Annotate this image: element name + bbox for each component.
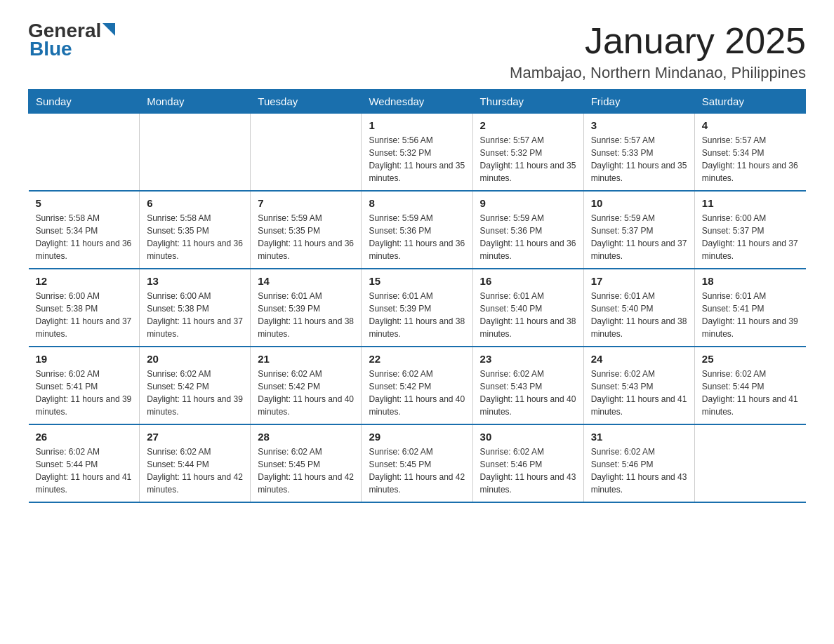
- calendar-week-row: 12Sunrise: 6:00 AMSunset: 5:38 PMDayligh…: [29, 269, 806, 347]
- day-info: Sunrise: 5:57 AMSunset: 5:33 PMDaylight:…: [591, 134, 687, 185]
- calendar-cell: 19Sunrise: 6:02 AMSunset: 5:41 PMDayligh…: [29, 347, 140, 424]
- day-info: Sunrise: 6:01 AMSunset: 5:41 PMDaylight:…: [702, 290, 799, 340]
- day-number: 18: [702, 275, 799, 287]
- day-info: Sunrise: 6:02 AMSunset: 5:46 PMDaylight:…: [591, 445, 687, 496]
- calendar-week-row: 19Sunrise: 6:02 AMSunset: 5:41 PMDayligh…: [29, 347, 806, 424]
- col-monday: Monday: [140, 90, 251, 114]
- svg-marker-0: [102, 23, 115, 36]
- calendar-cell: 31Sunrise: 6:02 AMSunset: 5:46 PMDayligh…: [583, 424, 694, 502]
- calendar-cell: 11Sunrise: 6:00 AMSunset: 5:37 PMDayligh…: [694, 191, 805, 269]
- calendar-table: Sunday Monday Tuesday Wednesday Thursday…: [28, 89, 806, 503]
- col-wednesday: Wednesday: [362, 90, 472, 114]
- calendar-cell: 28Sunrise: 6:02 AMSunset: 5:45 PMDayligh…: [251, 424, 362, 502]
- day-number: 19: [36, 353, 133, 365]
- day-info: Sunrise: 6:02 AMSunset: 5:44 PMDaylight:…: [36, 445, 133, 496]
- day-info: Sunrise: 6:02 AMSunset: 5:44 PMDaylight:…: [702, 368, 799, 418]
- day-info: Sunrise: 6:02 AMSunset: 5:43 PMDaylight:…: [591, 368, 687, 418]
- day-number: 14: [258, 275, 354, 287]
- calendar-cell: 12Sunrise: 6:00 AMSunset: 5:38 PMDayligh…: [29, 269, 140, 347]
- day-number: 17: [591, 275, 687, 287]
- day-number: 3: [591, 119, 687, 131]
- day-number: 5: [36, 197, 133, 209]
- day-info: Sunrise: 5:56 AMSunset: 5:32 PMDaylight:…: [369, 134, 465, 185]
- day-number: 27: [147, 431, 243, 443]
- logo-text-blue: Blue: [29, 38, 72, 60]
- day-info: Sunrise: 6:02 AMSunset: 5:42 PMDaylight:…: [147, 368, 243, 418]
- logo-triangle-icon: [102, 23, 115, 36]
- calendar-cell: 17Sunrise: 6:01 AMSunset: 5:40 PMDayligh…: [583, 269, 694, 347]
- day-number: 22: [369, 353, 465, 365]
- calendar-cell: 18Sunrise: 6:01 AMSunset: 5:41 PMDayligh…: [694, 269, 805, 347]
- day-number: 15: [369, 275, 465, 287]
- calendar-week-row: 1Sunrise: 5:56 AMSunset: 5:32 PMDaylight…: [29, 114, 806, 192]
- day-info: Sunrise: 6:02 AMSunset: 5:43 PMDaylight:…: [480, 368, 576, 418]
- calendar-cell: 7Sunrise: 5:59 AMSunset: 5:35 PMDaylight…: [251, 191, 362, 269]
- day-number: 25: [702, 353, 799, 365]
- calendar-week-row: 26Sunrise: 6:02 AMSunset: 5:44 PMDayligh…: [29, 424, 806, 502]
- day-number: 9: [480, 197, 576, 209]
- subtitle: Mambajao, Northern Mindanao, Philippines: [510, 64, 806, 82]
- day-number: 30: [480, 431, 576, 443]
- calendar-cell: 8Sunrise: 5:59 AMSunset: 5:36 PMDaylight…: [362, 191, 472, 269]
- calendar-cell: 5Sunrise: 5:58 AMSunset: 5:34 PMDaylight…: [29, 191, 140, 269]
- day-number: 10: [591, 197, 687, 209]
- day-info: Sunrise: 6:01 AMSunset: 5:39 PMDaylight:…: [369, 290, 465, 340]
- calendar-cell: 6Sunrise: 5:58 AMSunset: 5:35 PMDaylight…: [140, 191, 251, 269]
- day-info: Sunrise: 6:02 AMSunset: 5:45 PMDaylight:…: [258, 445, 354, 496]
- calendar-cell: 26Sunrise: 6:02 AMSunset: 5:44 PMDayligh…: [29, 424, 140, 502]
- day-info: Sunrise: 6:02 AMSunset: 5:42 PMDaylight:…: [258, 368, 354, 418]
- col-friday: Friday: [583, 90, 694, 114]
- calendar-cell: [251, 114, 362, 192]
- calendar-cell: 27Sunrise: 6:02 AMSunset: 5:44 PMDayligh…: [140, 424, 251, 502]
- col-sunday: Sunday: [29, 90, 140, 114]
- day-info: Sunrise: 5:57 AMSunset: 5:34 PMDaylight:…: [702, 134, 799, 185]
- calendar-cell: 25Sunrise: 6:02 AMSunset: 5:44 PMDayligh…: [694, 347, 805, 424]
- title-area: January 2025 Mambajao, Northern Mindanao…: [510, 21, 806, 82]
- day-info: Sunrise: 6:00 AMSunset: 5:37 PMDaylight:…: [702, 212, 799, 262]
- logo: General Blue: [28, 21, 115, 59]
- calendar-week-row: 5Sunrise: 5:58 AMSunset: 5:34 PMDaylight…: [29, 191, 806, 269]
- calendar-cell: [140, 114, 251, 192]
- calendar-cell: 13Sunrise: 6:00 AMSunset: 5:38 PMDayligh…: [140, 269, 251, 347]
- day-number: 12: [36, 275, 133, 287]
- day-info: Sunrise: 5:58 AMSunset: 5:34 PMDaylight:…: [36, 212, 133, 262]
- day-number: 11: [702, 197, 799, 209]
- day-info: Sunrise: 6:01 AMSunset: 5:40 PMDaylight:…: [591, 290, 687, 340]
- day-info: Sunrise: 6:02 AMSunset: 5:41 PMDaylight:…: [36, 368, 133, 418]
- day-number: 31: [591, 431, 687, 443]
- calendar-cell: 29Sunrise: 6:02 AMSunset: 5:45 PMDayligh…: [362, 424, 472, 502]
- calendar-cell: 14Sunrise: 6:01 AMSunset: 5:39 PMDayligh…: [251, 269, 362, 347]
- calendar-cell: 20Sunrise: 6:02 AMSunset: 5:42 PMDayligh…: [140, 347, 251, 424]
- calendar-cell: 3Sunrise: 5:57 AMSunset: 5:33 PMDaylight…: [583, 114, 694, 192]
- day-info: Sunrise: 6:01 AMSunset: 5:39 PMDaylight:…: [258, 290, 354, 340]
- day-info: Sunrise: 6:00 AMSunset: 5:38 PMDaylight:…: [147, 290, 243, 340]
- day-info: Sunrise: 5:59 AMSunset: 5:37 PMDaylight:…: [591, 212, 687, 262]
- day-number: 21: [258, 353, 354, 365]
- day-number: 8: [369, 197, 465, 209]
- calendar-cell: [29, 114, 140, 192]
- calendar-cell: 2Sunrise: 5:57 AMSunset: 5:32 PMDaylight…: [472, 114, 583, 192]
- day-number: 6: [147, 197, 243, 209]
- col-saturday: Saturday: [694, 90, 805, 114]
- calendar-cell: 16Sunrise: 6:01 AMSunset: 5:40 PMDayligh…: [472, 269, 583, 347]
- day-number: 1: [369, 119, 465, 131]
- calendar-cell: 24Sunrise: 6:02 AMSunset: 5:43 PMDayligh…: [583, 347, 694, 424]
- calendar-cell: 30Sunrise: 6:02 AMSunset: 5:46 PMDayligh…: [472, 424, 583, 502]
- col-thursday: Thursday: [472, 90, 583, 114]
- day-info: Sunrise: 6:02 AMSunset: 5:45 PMDaylight:…: [369, 445, 465, 496]
- calendar-cell: 15Sunrise: 6:01 AMSunset: 5:39 PMDayligh…: [362, 269, 472, 347]
- day-info: Sunrise: 6:02 AMSunset: 5:42 PMDaylight:…: [369, 368, 465, 418]
- day-number: 29: [369, 431, 465, 443]
- day-info: Sunrise: 6:01 AMSunset: 5:40 PMDaylight:…: [480, 290, 576, 340]
- day-info: Sunrise: 5:59 AMSunset: 5:36 PMDaylight:…: [480, 212, 576, 262]
- day-number: 7: [258, 197, 354, 209]
- day-number: 4: [702, 119, 799, 131]
- day-info: Sunrise: 5:59 AMSunset: 5:36 PMDaylight:…: [369, 212, 465, 262]
- day-info: Sunrise: 6:02 AMSunset: 5:46 PMDaylight:…: [480, 445, 576, 496]
- day-number: 28: [258, 431, 354, 443]
- day-info: Sunrise: 6:02 AMSunset: 5:44 PMDaylight:…: [147, 445, 243, 496]
- day-number: 26: [36, 431, 133, 443]
- day-number: 20: [147, 353, 243, 365]
- day-info: Sunrise: 6:00 AMSunset: 5:38 PMDaylight:…: [36, 290, 133, 340]
- calendar-cell: 23Sunrise: 6:02 AMSunset: 5:43 PMDayligh…: [472, 347, 583, 424]
